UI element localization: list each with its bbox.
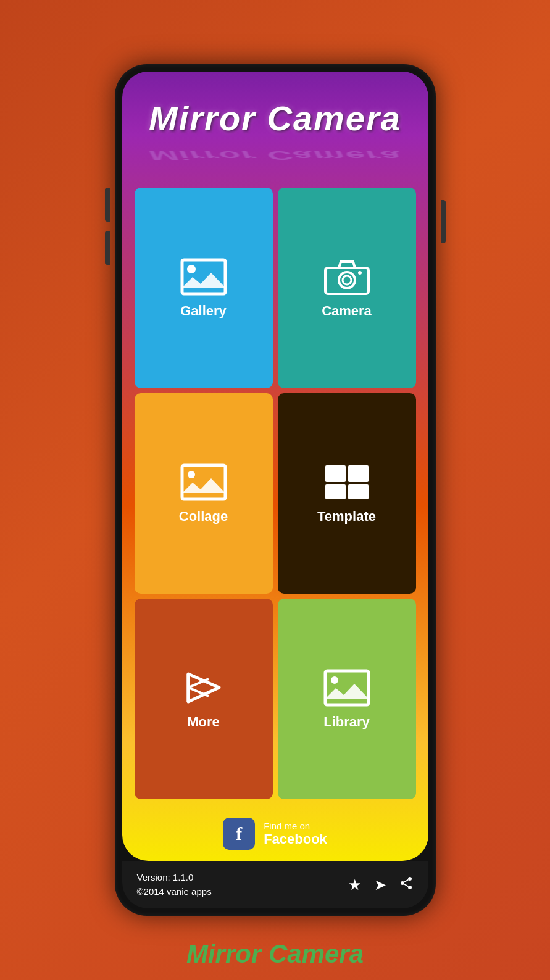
find-me-text: Find me on: [264, 821, 327, 831]
volume-up-button[interactable]: [105, 188, 110, 222]
star-button[interactable]: ★: [348, 876, 362, 894]
phone-bottom-bar: Version: 1.1.0 ©2014 vanie apps ★ ➤: [122, 861, 428, 908]
share-button[interactable]: [399, 876, 414, 894]
template-button[interactable]: Template: [278, 393, 416, 594]
share-icon: [399, 876, 414, 891]
library-button[interactable]: Library: [278, 599, 416, 799]
svg-line-16: [188, 687, 209, 696]
template-label: Template: [317, 509, 376, 525]
more-icon: [179, 668, 228, 708]
template-icon: [322, 462, 372, 502]
svg-rect-0: [182, 260, 225, 294]
svg-line-23: [404, 879, 408, 882]
collage-label: Collage: [179, 509, 228, 525]
svg-point-20: [401, 881, 404, 885]
app-title: Mirror Camera: [149, 101, 401, 136]
bottom-actions: ★ ➤: [348, 876, 414, 894]
svg-point-21: [408, 886, 412, 889]
svg-point-5: [343, 276, 351, 284]
facebook-text: Find me on Facebook: [264, 821, 327, 847]
svg-marker-13: [188, 674, 219, 702]
copyright-text: ©2014 vanie apps: [137, 885, 212, 899]
more-button[interactable]: More: [135, 599, 273, 799]
svg-rect-12: [348, 484, 369, 499]
library-label: Library: [323, 714, 370, 730]
version-text: Version: 1.1.0: [137, 871, 212, 885]
collage-icon: [179, 462, 228, 502]
library-icon: [322, 668, 372, 708]
svg-rect-9: [325, 465, 346, 482]
gallery-icon: [179, 257, 228, 297]
svg-rect-11: [325, 484, 346, 499]
svg-point-1: [187, 265, 196, 273]
svg-rect-10: [348, 465, 369, 482]
gallery-button[interactable]: Gallery: [135, 188, 273, 388]
phone-screen: Mirror Camera Mirror Camera Gallery: [122, 72, 428, 861]
gallery-label: Gallery: [180, 303, 227, 319]
svg-point-19: [408, 877, 412, 881]
volume-down-button[interactable]: [105, 231, 110, 265]
app-header: Mirror Camera Mirror Camera: [122, 72, 428, 183]
svg-point-8: [188, 471, 195, 478]
more-label: More: [187, 714, 220, 730]
collage-button[interactable]: Collage: [135, 393, 273, 594]
facebook-section[interactable]: f Find me on Facebook: [122, 804, 428, 861]
facebook-name: Facebook: [264, 831, 327, 847]
camera-label: Camera: [322, 303, 372, 319]
bottom-app-title: Mirror Camera: [186, 939, 364, 969]
svg-point-6: [358, 271, 362, 275]
svg-line-22: [404, 884, 408, 886]
menu-grid: Gallery Camera: [122, 183, 428, 804]
power-button[interactable]: [441, 200, 446, 243]
svg-rect-3: [341, 260, 344, 263]
version-info: Version: 1.1.0 ©2014 vanie apps: [137, 871, 212, 899]
svg-rect-17: [325, 671, 369, 705]
camera-button[interactable]: Camera: [278, 188, 416, 388]
camera-icon: [322, 257, 372, 297]
svg-point-4: [339, 272, 355, 288]
svg-point-18: [331, 676, 338, 684]
app-title-reflection: Mirror Camera: [149, 149, 401, 162]
phone-device: Mirror Camera Mirror Camera Gallery: [115, 64, 436, 916]
facebook-icon: f: [223, 818, 255, 850]
svg-rect-7: [182, 465, 225, 499]
send-button[interactable]: ➤: [374, 876, 386, 894]
